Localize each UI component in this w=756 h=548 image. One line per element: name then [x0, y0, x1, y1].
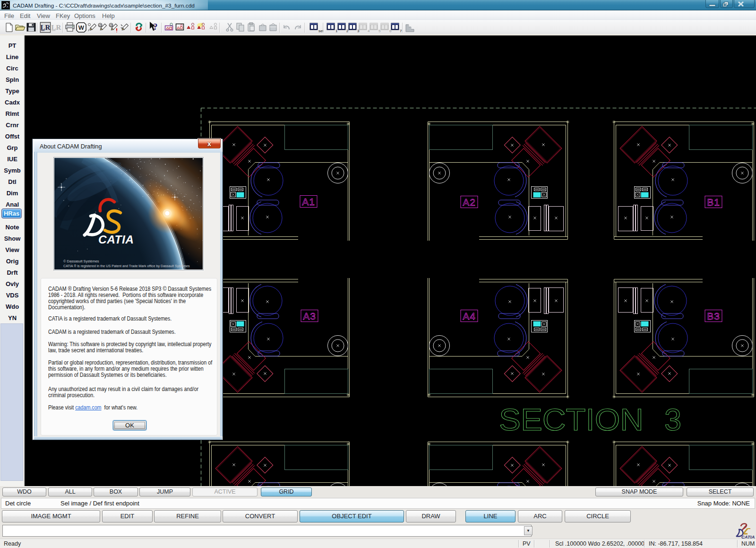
svg-text:?: ?	[153, 22, 158, 32]
svg-text:A4: A4	[463, 311, 476, 322]
svg-text:@: @	[98, 24, 102, 27]
svg-text:CATIA ® is registered in the U: CATIA ® is registered in the US Patent a…	[63, 264, 190, 268]
svg-text:7: 7	[400, 29, 402, 33]
svg-text:L̲R: L̲R	[41, 24, 51, 31]
svg-text:W: W	[78, 24, 85, 31]
svg-text:L̲R: L̲R	[52, 24, 61, 31]
svg-text:CATIA: CATIA	[98, 233, 134, 246]
svg-text:3: 3	[664, 402, 681, 437]
svg-text:© Dassasult Systèmes: © Dassasult Systèmes	[63, 259, 99, 263]
svg-text:1: 1	[335, 29, 338, 33]
svg-text:@: @	[109, 24, 112, 27]
svg-text:B1: B1	[707, 197, 720, 208]
svg-text:B3: B3	[707, 311, 720, 322]
svg-text:SECTION: SECTION	[499, 402, 644, 437]
svg-text:A3: A3	[303, 311, 316, 322]
svg-text:4: 4	[368, 29, 370, 33]
svg-text:A2: A2	[463, 197, 476, 208]
svg-text:2: 2	[346, 29, 349, 33]
svg-text:5: 5	[378, 29, 381, 33]
svg-text:A1: A1	[302, 196, 315, 207]
